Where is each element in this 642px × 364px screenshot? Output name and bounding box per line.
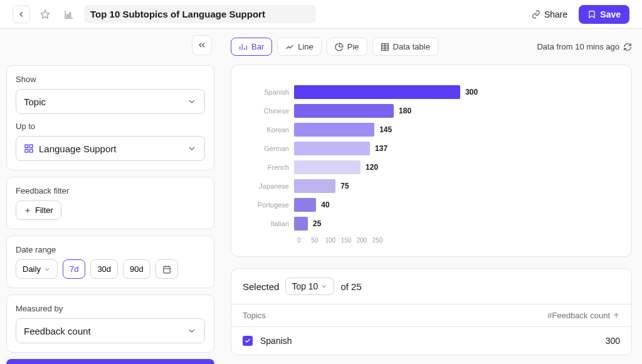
page-title-input[interactable] (84, 5, 316, 23)
feedback-filter-label: Feedback filter (16, 186, 205, 195)
svg-rect-9 (164, 266, 171, 273)
bar-value: 300 (465, 85, 478, 99)
bar-fill[interactable] (294, 85, 460, 99)
col-topics[interactable]: Topics (243, 311, 520, 320)
upto-select[interactable]: Language Support (16, 136, 205, 161)
bar-chart-icon (239, 43, 248, 51)
line-chart-icon (285, 43, 294, 51)
bar-row: Chinese 180 (249, 101, 614, 120)
row-topic: Spanish (260, 336, 520, 346)
back-button[interactable] (13, 6, 30, 23)
bar-row: German 137 (249, 139, 614, 158)
range-30d[interactable]: 30d (90, 259, 118, 279)
measured-label: Measured by (16, 304, 205, 313)
measured-value: Feedback count (24, 326, 91, 336)
show-label: Show (16, 75, 205, 84)
apply-button[interactable]: Apply (6, 359, 214, 364)
bar-fill[interactable] (294, 104, 394, 118)
chart-card: Spanish 300 Chinese 180 Korean 145 Germa… (231, 65, 632, 257)
check-icon (245, 338, 251, 344)
collapse-sidebar-button[interactable] (192, 35, 212, 55)
measured-card: Measured by Feedback count (6, 294, 214, 353)
bar-value: 137 (375, 142, 387, 155)
bar-label: Japanese (249, 182, 294, 190)
star-button[interactable] (36, 6, 54, 23)
bar-row: Spanish 300 (249, 83, 614, 101)
bar-track: 120 (294, 160, 614, 174)
daily-select[interactable]: Daily (16, 259, 58, 279)
bar-label: Portugese (249, 201, 294, 209)
bar-track: 25 (294, 217, 614, 231)
bar-value: 145 (379, 123, 392, 137)
bar-fill[interactable] (294, 123, 374, 137)
bar-value: 40 (321, 198, 329, 212)
range-7d[interactable]: 7d (63, 259, 85, 279)
selection-table: Selected Top 10 of 25 Topics #Feedback c… (231, 268, 632, 355)
measured-select[interactable]: Feedback count (16, 318, 205, 343)
svg-rect-3 (25, 145, 28, 148)
svg-rect-2 (70, 13, 71, 17)
bar-row: French 120 (249, 158, 614, 177)
chart-icon-button[interactable] (60, 6, 78, 23)
bar-label: Italian (249, 220, 294, 227)
bar-row: Italian 25 (249, 214, 614, 233)
show-select[interactable]: Topic (16, 89, 205, 114)
bar-label: German (249, 145, 294, 152)
arrow-up-icon (613, 312, 620, 320)
top-n-select[interactable]: Top 10 (285, 278, 334, 295)
bar-row: Portugese 40 (249, 195, 614, 214)
save-button[interactable]: Save (579, 5, 629, 24)
bar-fill[interactable] (294, 160, 360, 174)
table-icon (381, 43, 389, 51)
calendar-icon (162, 265, 171, 274)
header-right: Share Save (527, 5, 629, 24)
show-card: Show Topic Up to Language Support (6, 65, 214, 170)
tab-bar[interactable]: Bar (231, 38, 272, 56)
calendar-button[interactable] (155, 259, 178, 279)
bar-value: 25 (313, 217, 321, 231)
date-range-card: Date range Daily 7d 30d 90d (6, 236, 214, 288)
bar-value: 75 (340, 179, 349, 193)
col-count[interactable]: #Feedback count (520, 311, 620, 320)
selected-label: Selected (243, 281, 279, 292)
svg-rect-1 (67, 14, 68, 17)
bar-fill[interactable] (294, 179, 335, 193)
plus-icon (24, 207, 31, 214)
bar-track: 137 (294, 142, 614, 155)
bar-value: 120 (366, 160, 378, 174)
chevron-down-icon (187, 326, 197, 336)
upto-label: Up to (16, 122, 205, 131)
bar-value: 180 (399, 104, 411, 118)
grid-icon (24, 143, 34, 153)
bar-track: 75 (294, 179, 614, 193)
bar-track: 145 (294, 123, 614, 137)
tab-line[interactable]: Line (277, 38, 322, 56)
table-row[interactable]: Spanish 300 (231, 327, 631, 355)
checkbox[interactable] (243, 336, 253, 346)
chevron-down-icon (187, 96, 197, 107)
svg-rect-5 (25, 149, 28, 152)
app-header: Share Save (0, 0, 642, 29)
header-left (13, 5, 316, 23)
share-button[interactable]: Share (527, 6, 572, 23)
bar-label: French (249, 164, 294, 171)
tab-datatable[interactable]: Data table (372, 38, 438, 56)
bar-row: Korean 145 (249, 120, 614, 139)
tab-pie[interactable]: Pie (327, 38, 367, 56)
share-label: Share (544, 9, 567, 19)
svg-rect-6 (29, 149, 33, 152)
bar-fill[interactable] (294, 217, 308, 231)
range-90d[interactable]: 90d (123, 259, 150, 279)
refresh-icon[interactable] (623, 43, 632, 51)
bar-track: 300 (294, 85, 614, 99)
bar-fill[interactable] (294, 198, 316, 212)
bar-fill[interactable] (294, 142, 370, 155)
data-freshness: Data from 10 mins ago (537, 42, 632, 51)
of-total: of 25 (340, 281, 361, 292)
axis-tick: 250 (362, 237, 393, 244)
feedback-filter-card: Feedback filter Filter (6, 177, 214, 229)
chevron-down-icon (43, 266, 51, 273)
main-content: Bar Line Pie Data table Data from 10 min… (221, 29, 642, 364)
sidebar: Show Topic Up to Language Support Feedba… (0, 29, 221, 364)
add-filter-button[interactable]: Filter (16, 200, 61, 220)
